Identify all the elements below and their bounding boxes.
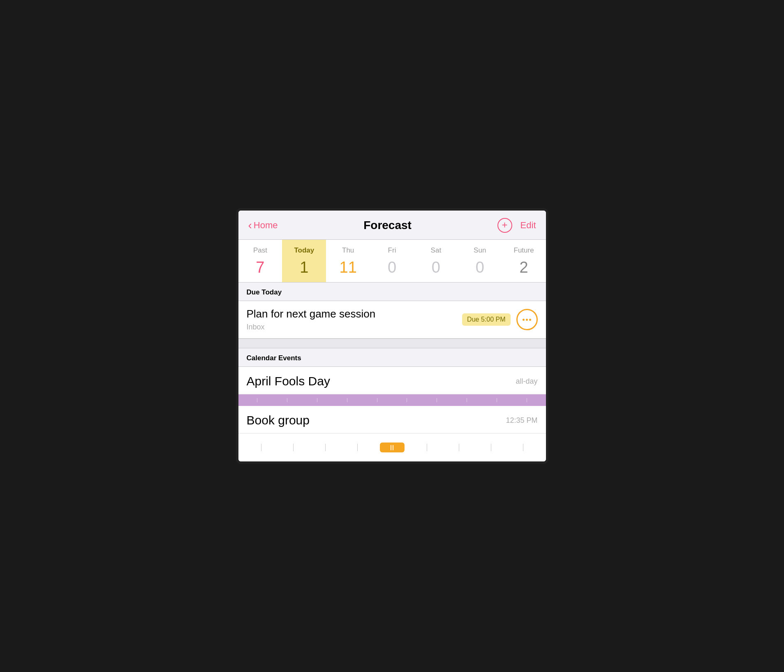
- task-complete-button[interactable]: [516, 309, 538, 330]
- due-badge: Due 5:00 PM: [462, 313, 510, 326]
- day-past[interactable]: Past 7: [238, 240, 282, 282]
- due-today-header: Due Today: [238, 283, 546, 301]
- back-button[interactable]: ‹ Home: [248, 220, 278, 231]
- day-future[interactable]: Future 2: [502, 240, 546, 282]
- tick-8: [467, 398, 467, 402]
- task-actions: Due 5:00 PM: [462, 309, 537, 330]
- day-thu[interactable]: Thu 11: [326, 240, 370, 282]
- app-container: ‹ Home Forecast + Edit Past 7 Today 1 Th…: [236, 208, 548, 464]
- day-selector: Past 7 Today 1 Thu 11 Fri 0 Sat 0 Sun 0 …: [238, 240, 546, 283]
- day-sat[interactable]: Sat 0: [414, 240, 458, 282]
- task-title: Plan for next game session: [247, 308, 376, 320]
- event-april-fools-title: April Fools Day: [247, 374, 330, 388]
- scroll-tick-6: [459, 444, 459, 451]
- day-thu-label: Thu: [342, 246, 354, 255]
- calendar-events-label: Calendar Events: [247, 354, 301, 362]
- day-future-label: Future: [514, 246, 534, 255]
- scroll-area: [238, 433, 546, 461]
- thumb-bar-2: [393, 445, 393, 450]
- nav-bar: ‹ Home Forecast + Edit: [238, 211, 546, 240]
- due-today-label: Due Today: [247, 288, 282, 296]
- day-past-count: 7: [256, 259, 264, 276]
- scroll-tick-4: [357, 444, 358, 451]
- dot-1: [523, 319, 525, 321]
- dot-3: [529, 319, 531, 321]
- task-item[interactable]: Plan for next game session Inbox Due 5:0…: [238, 301, 546, 338]
- tick-1: [257, 398, 257, 402]
- scroll-tick-8: [523, 444, 523, 451]
- tick-7: [437, 398, 437, 402]
- event-book-group-title: Book group: [247, 413, 310, 427]
- dot-2: [526, 319, 528, 321]
- day-fri[interactable]: Fri 0: [370, 240, 414, 282]
- scroll-tick-2: [293, 444, 294, 451]
- tick-6: [407, 398, 407, 402]
- add-button[interactable]: +: [497, 218, 512, 233]
- event-book-group-time: 12:35 PM: [506, 416, 537, 425]
- tick-2: [287, 398, 287, 402]
- back-label: Home: [254, 220, 278, 231]
- scroll-thumb[interactable]: [380, 443, 405, 452]
- page-title: Forecast: [363, 219, 412, 232]
- back-chevron-icon: ‹: [248, 220, 252, 231]
- day-future-count: 2: [520, 259, 528, 276]
- day-sun[interactable]: Sun 0: [458, 240, 502, 282]
- tick-4: [347, 398, 347, 402]
- tick-10: [527, 398, 527, 402]
- thumb-bar-1: [391, 445, 391, 450]
- day-sat-count: 0: [432, 259, 440, 276]
- scroll-tick-3: [325, 444, 326, 451]
- scroll-tick-7: [491, 444, 491, 451]
- calendar-events-header: Calendar Events: [238, 348, 546, 367]
- task-dots-icon: [523, 319, 531, 321]
- day-fri-count: 0: [388, 259, 396, 276]
- scroll-tick-5: [427, 444, 427, 451]
- event-april-fools-time: all-day: [516, 377, 537, 386]
- day-thu-count: 11: [340, 259, 357, 276]
- event-april-fools[interactable]: April Fools Day all-day: [238, 367, 546, 394]
- tick-3: [317, 398, 317, 402]
- day-today-count: 1: [300, 259, 308, 276]
- edit-button[interactable]: Edit: [520, 220, 536, 231]
- day-sun-count: 0: [476, 259, 484, 276]
- scroll-tick-1: [261, 444, 261, 451]
- tick-9: [497, 398, 497, 402]
- scroll-bar: [247, 439, 538, 456]
- timeline-bar: [238, 394, 546, 406]
- task-inbox: Inbox: [247, 323, 376, 331]
- day-fri-label: Fri: [388, 246, 396, 255]
- tick-5: [377, 398, 377, 402]
- timeline-ticks: [238, 398, 546, 402]
- plus-icon: +: [502, 220, 508, 230]
- section-divider: [238, 338, 546, 348]
- task-details: Plan for next game session Inbox: [247, 308, 376, 331]
- day-today[interactable]: Today 1: [282, 240, 326, 282]
- day-sun-label: Sun: [474, 246, 486, 255]
- day-sat-label: Sat: [431, 246, 442, 255]
- day-past-label: Past: [253, 246, 267, 255]
- event-book-group[interactable]: Book group 12:35 PM: [238, 406, 546, 433]
- nav-actions: + Edit: [497, 218, 536, 233]
- day-today-label: Today: [294, 246, 314, 255]
